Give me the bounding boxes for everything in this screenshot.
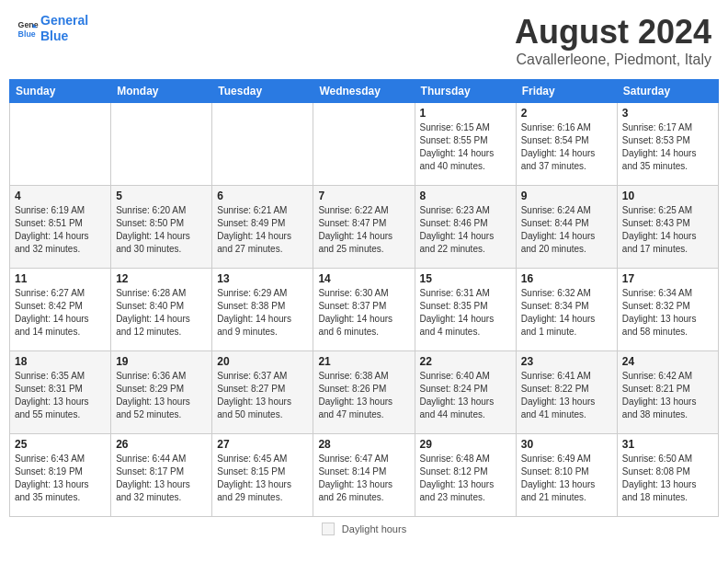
day-number: 18 xyxy=(15,355,106,368)
day-info: Sunrise: 6:29 AM Sunset: 8:38 PM Dayligh… xyxy=(217,287,308,339)
calendar-week-row: 4Sunrise: 6:19 AM Sunset: 8:51 PM Daylig… xyxy=(10,186,719,269)
day-number: 19 xyxy=(116,355,207,368)
calendar-cell: 24Sunrise: 6:42 AM Sunset: 8:21 PM Dayli… xyxy=(617,351,718,434)
day-number: 7 xyxy=(318,190,409,202)
calendar-cell: 29Sunrise: 6:48 AM Sunset: 8:12 PM Dayli… xyxy=(415,434,516,517)
calendar-cell: 11Sunrise: 6:27 AM Sunset: 8:42 PM Dayli… xyxy=(10,269,111,351)
calendar-cell: 1Sunrise: 6:15 AM Sunset: 8:55 PM Daylig… xyxy=(415,103,516,186)
logo-icon: General Blue xyxy=(17,17,39,40)
day-number: 27 xyxy=(217,438,308,451)
day-info: Sunrise: 6:20 AM Sunset: 8:50 PM Dayligh… xyxy=(116,204,207,256)
calendar-cell: 2Sunrise: 6:16 AM Sunset: 8:54 PM Daylig… xyxy=(516,103,617,186)
day-info: Sunrise: 6:45 AM Sunset: 8:15 PM Dayligh… xyxy=(217,453,308,504)
day-number: 11 xyxy=(15,272,106,285)
calendar-cell: 8Sunrise: 6:23 AM Sunset: 8:46 PM Daylig… xyxy=(415,186,516,269)
calendar-cell: 14Sunrise: 6:30 AM Sunset: 8:37 PM Dayli… xyxy=(313,269,415,351)
legend-box xyxy=(322,523,335,535)
day-info: Sunrise: 6:50 AM Sunset: 8:08 PM Dayligh… xyxy=(622,453,713,504)
day-info: Sunrise: 6:41 AM Sunset: 8:22 PM Dayligh… xyxy=(521,370,612,421)
day-number: 14 xyxy=(318,272,409,285)
day-info: Sunrise: 6:21 AM Sunset: 8:49 PM Dayligh… xyxy=(217,204,308,256)
calendar-cell: 6Sunrise: 6:21 AM Sunset: 8:49 PM Daylig… xyxy=(212,186,313,269)
day-number: 10 xyxy=(622,190,713,202)
day-number: 4 xyxy=(15,190,106,202)
calendar-cell: 31Sunrise: 6:50 AM Sunset: 8:08 PM Dayli… xyxy=(617,434,718,517)
day-info: Sunrise: 6:49 AM Sunset: 8:10 PM Dayligh… xyxy=(521,453,612,504)
logo-text-line2: Blue xyxy=(40,29,88,44)
logo: General Blue General Blue xyxy=(17,13,88,44)
main-title: August 2024 xyxy=(515,13,711,52)
day-number: 1 xyxy=(420,107,511,120)
calendar-cell: 30Sunrise: 6:49 AM Sunset: 8:10 PM Dayli… xyxy=(516,434,617,517)
day-number: 26 xyxy=(116,438,207,451)
day-info: Sunrise: 6:23 AM Sunset: 8:46 PM Dayligh… xyxy=(420,204,511,256)
column-header-sunday: Sunday xyxy=(10,80,111,103)
svg-text:Blue: Blue xyxy=(18,29,36,39)
day-number: 20 xyxy=(217,355,308,368)
calendar-cell xyxy=(10,103,111,186)
day-number: 24 xyxy=(622,355,713,368)
day-info: Sunrise: 6:17 AM Sunset: 8:53 PM Dayligh… xyxy=(622,121,713,173)
calendar-cell xyxy=(212,103,313,186)
calendar-cell: 25Sunrise: 6:43 AM Sunset: 8:19 PM Dayli… xyxy=(10,434,111,517)
calendar-header-row: SundayMondayTuesdayWednesdayThursdayFrid… xyxy=(10,80,719,103)
day-info: Sunrise: 6:38 AM Sunset: 8:26 PM Dayligh… xyxy=(318,370,409,421)
day-info: Sunrise: 6:32 AM Sunset: 8:34 PM Dayligh… xyxy=(521,287,612,339)
column-header-friday: Friday xyxy=(516,80,617,103)
day-info: Sunrise: 6:15 AM Sunset: 8:55 PM Dayligh… xyxy=(420,121,511,173)
column-header-thursday: Thursday xyxy=(415,80,516,103)
column-header-tuesday: Tuesday xyxy=(212,80,313,103)
calendar-cell: 15Sunrise: 6:31 AM Sunset: 8:35 PM Dayli… xyxy=(415,269,516,351)
calendar-cell: 16Sunrise: 6:32 AM Sunset: 8:34 PM Dayli… xyxy=(516,269,617,351)
calendar-cell: 4Sunrise: 6:19 AM Sunset: 8:51 PM Daylig… xyxy=(10,186,111,269)
calendar-cell: 19Sunrise: 6:36 AM Sunset: 8:29 PM Dayli… xyxy=(111,351,212,434)
calendar-week-row: 18Sunrise: 6:35 AM Sunset: 8:31 PM Dayli… xyxy=(10,351,719,434)
day-info: Sunrise: 6:48 AM Sunset: 8:12 PM Dayligh… xyxy=(420,453,511,504)
day-number: 30 xyxy=(521,438,612,451)
calendar-cell: 20Sunrise: 6:37 AM Sunset: 8:27 PM Dayli… xyxy=(212,351,313,434)
calendar-cell: 22Sunrise: 6:40 AM Sunset: 8:24 PM Dayli… xyxy=(415,351,516,434)
calendar-cell: 9Sunrise: 6:24 AM Sunset: 8:44 PM Daylig… xyxy=(516,186,617,269)
calendar-cell: 7Sunrise: 6:22 AM Sunset: 8:47 PM Daylig… xyxy=(313,186,415,269)
day-number: 8 xyxy=(420,190,511,202)
calendar-cell: 17Sunrise: 6:34 AM Sunset: 8:32 PM Dayli… xyxy=(617,269,718,351)
calendar-cell: 10Sunrise: 6:25 AM Sunset: 8:43 PM Dayli… xyxy=(617,186,718,269)
day-info: Sunrise: 6:30 AM Sunset: 8:37 PM Dayligh… xyxy=(318,287,409,339)
calendar-cell: 27Sunrise: 6:45 AM Sunset: 8:15 PM Dayli… xyxy=(212,434,313,517)
sub-title: Cavallerleone, Piedmont, Italy xyxy=(515,52,711,68)
day-info: Sunrise: 6:34 AM Sunset: 8:32 PM Dayligh… xyxy=(622,287,713,339)
logo-text-line1: General xyxy=(40,13,88,29)
day-info: Sunrise: 6:36 AM Sunset: 8:29 PM Dayligh… xyxy=(116,370,207,421)
day-info: Sunrise: 6:31 AM Sunset: 8:35 PM Dayligh… xyxy=(420,287,511,339)
day-number: 13 xyxy=(217,272,308,285)
calendar-cell xyxy=(111,103,212,186)
calendar-cell: 28Sunrise: 6:47 AM Sunset: 8:14 PM Dayli… xyxy=(313,434,415,517)
day-info: Sunrise: 6:35 AM Sunset: 8:31 PM Dayligh… xyxy=(15,370,106,421)
day-number: 16 xyxy=(521,272,612,285)
day-info: Sunrise: 6:44 AM Sunset: 8:17 PM Dayligh… xyxy=(116,453,207,504)
calendar-cell: 26Sunrise: 6:44 AM Sunset: 8:17 PM Dayli… xyxy=(111,434,212,517)
column-header-saturday: Saturday xyxy=(617,80,718,103)
day-number: 17 xyxy=(622,272,713,285)
day-info: Sunrise: 6:24 AM Sunset: 8:44 PM Dayligh… xyxy=(521,204,612,256)
calendar-week-row: 11Sunrise: 6:27 AM Sunset: 8:42 PM Dayli… xyxy=(10,269,719,351)
day-info: Sunrise: 6:22 AM Sunset: 8:47 PM Dayligh… xyxy=(318,204,409,256)
day-info: Sunrise: 6:27 AM Sunset: 8:42 PM Dayligh… xyxy=(15,287,106,339)
column-header-monday: Monday xyxy=(111,80,212,103)
day-number: 12 xyxy=(116,272,207,285)
day-number: 6 xyxy=(217,190,308,202)
day-number: 2 xyxy=(521,107,612,120)
day-info: Sunrise: 6:47 AM Sunset: 8:14 PM Dayligh… xyxy=(318,453,409,504)
calendar-table: SundayMondayTuesdayWednesdayThursdayFrid… xyxy=(9,79,719,517)
day-number: 28 xyxy=(318,438,409,451)
calendar-cell: 12Sunrise: 6:28 AM Sunset: 8:40 PM Dayli… xyxy=(111,269,212,351)
day-info: Sunrise: 6:40 AM Sunset: 8:24 PM Dayligh… xyxy=(420,370,511,421)
legend-label: Daylight hours xyxy=(342,523,406,534)
day-number: 25 xyxy=(15,438,106,451)
calendar-footer: Daylight hours xyxy=(9,523,719,535)
day-number: 21 xyxy=(318,355,409,368)
day-info: Sunrise: 6:19 AM Sunset: 8:51 PM Dayligh… xyxy=(15,204,106,256)
day-info: Sunrise: 6:43 AM Sunset: 8:19 PM Dayligh… xyxy=(15,453,106,504)
calendar-cell xyxy=(313,103,415,186)
calendar-cell: 21Sunrise: 6:38 AM Sunset: 8:26 PM Dayli… xyxy=(313,351,415,434)
